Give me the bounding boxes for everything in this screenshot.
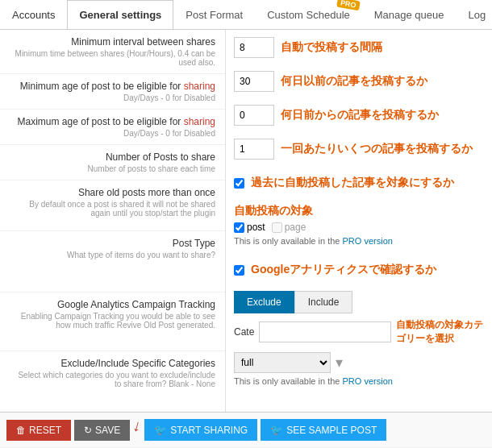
min-age-setting: Minimum age of post to be eligible for s…	[0, 74, 225, 110]
min-interval-input[interactable]	[234, 37, 274, 58]
tab-custom-schedule[interactable]: Custom Schedule PRO	[255, 0, 362, 29]
see-sample-post-button[interactable]: 🐦 SEE SAMPLE POST	[261, 419, 386, 441]
post-type-checkboxes: post page	[234, 222, 484, 233]
min-interval-label: Minimum interval between shares	[10, 36, 215, 48]
post-type-jp-row: 自動投稿の対象	[234, 204, 484, 218]
categories-sub: Select which categories do you want to e…	[10, 371, 215, 388]
share-old-setting: Share old posts more than once By defaul…	[0, 180, 225, 231]
post-type-pro-link[interactable]: PRO version	[343, 236, 393, 246]
start-sharing-button[interactable]: 🐦 START SHARING	[144, 419, 257, 441]
post-type-page-label: page	[272, 222, 306, 233]
num-posts-sub: Number of posts to share each time	[10, 164, 215, 173]
min-age-label: Minimum age of post to be eligible for s…	[10, 81, 215, 92]
trash-icon: 🗑	[16, 425, 26, 436]
max-age-row: 何日前からの記事を投稿するか	[234, 102, 484, 128]
cate-label: Cate	[234, 326, 254, 338]
right-panel: 自動で投稿する間隔 何日以前の記事を投稿するか 何日前からの記事を投稿するか 一…	[226, 30, 492, 412]
image-size-pro-link[interactable]: PRO version	[343, 376, 393, 386]
tab-general-settings[interactable]: General settings	[67, 0, 173, 30]
num-posts-input[interactable]	[234, 139, 274, 160]
share-old-jp: 過去に自動投稿した記事を対象にするか	[251, 176, 454, 190]
share-old-sub: By default once a post is shared it will…	[10, 200, 215, 218]
max-age-input[interactable]	[234, 105, 274, 126]
categories-label: Exclude/Include Specific Categories	[10, 358, 215, 369]
cate-row: Cate 自動投稿の対象カテゴリーを選択	[234, 318, 484, 346]
analytics-checkbox[interactable]	[234, 265, 244, 276]
analytics-jp: Googleアナリティクスで確認するか	[251, 263, 436, 277]
main-content: Minimum interval between shares Minimum …	[0, 30, 492, 412]
save-button[interactable]: ↻ SAVE	[74, 420, 130, 441]
post-type-page-checkbox[interactable]	[272, 222, 282, 233]
max-age-jp: 何日前からの記事を投稿するか	[281, 108, 439, 122]
analytics-label: Google Analytics Campaign Tracking	[10, 299, 215, 310]
image-size-row: full thumbnail medium large ▾	[234, 352, 484, 373]
min-age-sub: Day/Days - 0 for Disabled	[10, 93, 215, 102]
reset-button[interactable]: 🗑 RESET	[6, 420, 71, 441]
share-old-row: 過去に自動投稿した記事を対象にするか	[234, 170, 484, 196]
num-posts-setting: Number of Posts to share Number of posts…	[0, 145, 225, 180]
twitter-icon-share: 🐦	[154, 424, 167, 436]
post-type-jp: 自動投稿の対象	[234, 204, 313, 217]
include-button[interactable]: Include	[294, 291, 353, 313]
min-interval-jp: 自動で投稿する間隔	[281, 40, 382, 55]
min-age-input[interactable]	[234, 71, 274, 92]
twitter-icon-sample: 🐦	[270, 424, 283, 436]
post-type-label: Post Type	[10, 238, 215, 249]
num-posts-row: 一回あたりいくつの記事を投稿するか	[234, 136, 484, 162]
refresh-icon: ↻	[84, 425, 92, 436]
categories-setting: Exclude/Include Specific Categories Sele…	[0, 351, 225, 412]
arrow-icon: ↓	[131, 416, 144, 436]
image-size-select[interactable]: full thumbnail medium large	[234, 352, 331, 373]
tab-manage-queue[interactable]: Manage queue	[362, 0, 457, 29]
max-age-setting: Maximum age of post to be eligible for s…	[0, 110, 225, 145]
image-size-pro-note: This is only available in the PRO versio…	[234, 376, 484, 386]
num-posts-jp: 一回あたりいくつの記事を投稿するか	[281, 142, 473, 156]
post-type-post-checkbox[interactable]	[234, 222, 244, 233]
share-old-label: Share old posts more than once	[10, 187, 215, 198]
exclude-button[interactable]: Exclude	[234, 291, 294, 313]
left-panel: Minimum interval between shares Minimum …	[0, 30, 226, 412]
post-type-pro-note: This is only available in the PRO versio…	[234, 236, 484, 246]
min-interval-sub: Minimum time between shares (Hour/Hours)…	[10, 49, 215, 67]
min-interval-row: 自動で投稿する間隔	[234, 35, 484, 60]
post-type-setting: Post Type What type of items do you want…	[0, 231, 225, 292]
tab-post-format[interactable]: Post Format	[173, 0, 255, 29]
analytics-row: Googleアナリティクスで確認するか	[234, 257, 484, 283]
footer: 🗑 RESET ↻ SAVE ↓ 🐦 START SHARING 🐦 SEE S…	[0, 412, 492, 447]
cate-input[interactable]	[259, 321, 391, 342]
select-arrow-icon: ▾	[336, 354, 343, 371]
tab-accounts[interactable]: Accounts	[0, 0, 67, 29]
share-old-checkbox[interactable]	[234, 178, 244, 189]
max-age-label: Maximum age of post to be eligible for s…	[10, 116, 215, 127]
min-age-jp: 何日以前の記事を投稿するか	[281, 74, 427, 89]
analytics-setting: Google Analytics Campaign Tracking Enabl…	[0, 292, 225, 351]
min-age-row: 何日以前の記事を投稿するか	[234, 68, 484, 94]
exclude-include-btns: Exclude Include	[234, 291, 484, 313]
post-type-post-label: post	[234, 222, 265, 233]
tab-bar: Accounts General settings Post Format Cu…	[0, 0, 492, 30]
cate-jp: 自動投稿の対象カテゴリーを選択	[396, 318, 484, 346]
tab-log[interactable]: Log	[457, 0, 492, 29]
post-type-sub: What type of items do you want to share?	[10, 251, 215, 259]
num-posts-label: Number of Posts to share	[10, 151, 215, 163]
min-interval-setting: Minimum interval between shares Minimum …	[0, 30, 225, 74]
analytics-sub: Enabling Campaign Tracking you would be …	[10, 312, 215, 330]
max-age-sub: Day/Days - 0 for Disabled	[10, 129, 215, 138]
